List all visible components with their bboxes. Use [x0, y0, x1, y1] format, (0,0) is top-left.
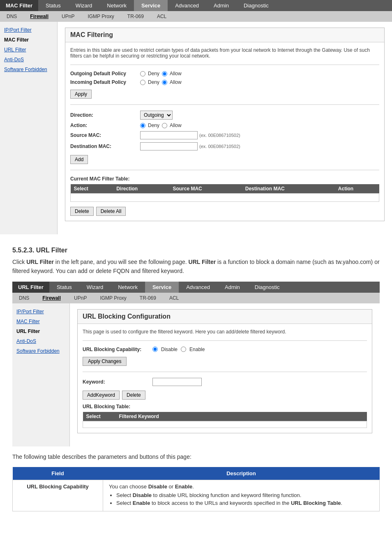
outgoing-allow-label[interactable]: Allow: [170, 71, 182, 76]
keyword-label: Keyword:: [83, 379, 152, 385]
url-capability-row: URL Blocking Capability: Disable Enable: [83, 347, 367, 352]
desc-cell: You can choose Disable or Enable. Select…: [103, 480, 380, 511]
outgoing-allow-radio[interactable]: [162, 71, 167, 76]
mac-filter-sub-nav: DNS Firewall UPnP IGMP Proxy TR-069 ACL: [0, 11, 392, 22]
mac-filter-sub-firewall[interactable]: Firewall: [23, 12, 55, 21]
url-capability-radios: Disable Enable: [152, 347, 205, 352]
url-filter-tab-admin[interactable]: Admin: [217, 282, 247, 293]
table-row-empty: [71, 194, 379, 202]
mac-filter-tab-status[interactable]: Status: [38, 0, 68, 11]
source-mac-row: Source MAC: (ex. 00E086710502): [70, 131, 379, 139]
incoming-allow-label[interactable]: Allow: [170, 79, 182, 85]
outgoing-deny-radio[interactable]: [140, 71, 145, 76]
url-filter-heading: 5.5.2.3. URL Filter: [12, 247, 380, 254]
url-col-keyword: Filtered Keyword: [116, 412, 367, 421]
source-mac-input[interactable]: [140, 131, 198, 139]
url-sidebar-url-filter[interactable]: URL Filter: [12, 326, 69, 336]
action-allow-radio[interactable]: [162, 123, 167, 128]
add-keyword-button[interactable]: AddKeyword: [83, 391, 120, 400]
outgoing-policy-label: Outgoing Default Policy: [70, 71, 140, 76]
url-filter-tab-diagnostic[interactable]: Diagnostic: [247, 282, 287, 293]
sidebar-item-ip-port-filter[interactable]: IP/Port Filter: [0, 25, 57, 35]
url-filter-tab-network[interactable]: Network: [111, 282, 145, 293]
keyword-input[interactable]: [152, 378, 202, 386]
sidebar-item-software-forbidden[interactable]: Software Forbidden: [0, 65, 57, 74]
url-filter-tab-service[interactable]: Service: [145, 282, 179, 293]
mac-filter-delete-all-button[interactable]: Delete All: [96, 207, 126, 216]
mac-filter-apply-button[interactable]: Apply: [70, 90, 92, 99]
col-dest-mac: Destination MAC: [242, 184, 335, 194]
url-capability-label: URL Blocking Capability:: [83, 347, 152, 352]
mac-filter-sub-dns[interactable]: DNS: [0, 12, 23, 21]
mac-filter-tab-network[interactable]: Network: [99, 0, 134, 11]
delete-keyword-button[interactable]: Delete: [122, 391, 145, 400]
url-table-row-empty: [83, 421, 367, 428]
bottom-para: The following table describes the parame…: [12, 452, 380, 461]
bottom-section: The following table describes the parame…: [0, 446, 392, 517]
action-deny-label[interactable]: Deny: [148, 123, 159, 128]
mac-filter-tab-diagnostic[interactable]: Diagnostic: [236, 0, 276, 11]
mac-filter-tab-advanced[interactable]: Advanced: [168, 0, 206, 11]
url-enable-label[interactable]: Enable: [189, 347, 205, 352]
direction-label: Direction:: [70, 112, 140, 118]
url-filter-sub-firewall[interactable]: Firewall: [36, 294, 67, 302]
outgoing-policy-row: Outgoing Default Policy Deny Allow: [70, 71, 379, 76]
mac-filter-sub-acl[interactable]: ACL: [150, 12, 173, 21]
mac-filter-nav-tabs: Status Wizard Network Service Advanced A…: [38, 0, 392, 11]
url-filter-main: URL Blocking Configuration This page is …: [70, 303, 380, 446]
url-filter-sub-upnp[interactable]: UPnP: [67, 294, 93, 302]
url-sidebar-anti-dos[interactable]: Anti-DoS: [12, 336, 69, 346]
url-disable-radio[interactable]: [152, 347, 158, 352]
incoming-deny-radio[interactable]: [140, 80, 145, 85]
url-sidebar-software-forbidden[interactable]: Software Forbidden: [12, 346, 69, 356]
url-sidebar-ip-port[interactable]: IP/Port Filter: [12, 307, 69, 317]
url-filter-tab-advanced[interactable]: Advanced: [179, 282, 217, 293]
mac-filter-sub-igmp[interactable]: IGMP Proxy: [81, 12, 120, 21]
mac-filter-panel-body: Entries in this table are used to restri…: [65, 42, 384, 221]
sidebar-item-anti-dos[interactable]: Anti-DoS: [0, 55, 57, 65]
url-disable-label[interactable]: Disable: [161, 347, 178, 352]
dest-mac-input[interactable]: [140, 142, 198, 150]
mac-filter-tab-service[interactable]: Service: [134, 0, 168, 11]
action-allow-label[interactable]: Allow: [170, 123, 182, 128]
incoming-allow-radio[interactable]: [162, 80, 167, 85]
direction-row: Direction: Outgoing Incoming: [70, 111, 379, 120]
mac-filter-sub-upnp[interactable]: UPnP: [55, 12, 81, 21]
mac-filter-tab-wizard[interactable]: Wizard: [68, 0, 99, 11]
url-filter-sub-tr069[interactable]: TR-069: [133, 294, 163, 302]
mac-filter-panel-title: MAC Filtering: [65, 28, 384, 42]
action-deny-radio[interactable]: [140, 123, 145, 128]
url-col-select: Select: [83, 412, 116, 421]
url-filter-sub-igmp[interactable]: IGMP Proxy: [93, 294, 133, 302]
outgoing-deny-label[interactable]: Deny: [148, 71, 159, 76]
mac-filter-description: Entries in this table are used to restri…: [70, 47, 379, 59]
url-filter-nav-bar: URL Filter Status Wizard Network Service…: [12, 282, 380, 293]
url-apply-button[interactable]: Apply Changes: [83, 357, 127, 366]
url-filter-tab-status[interactable]: Status: [49, 282, 79, 293]
mac-filter-delete-button[interactable]: Delete: [70, 207, 94, 216]
url-sidebar-mac-filter[interactable]: MAC Filter: [12, 317, 69, 326]
url-filter-sub-acl[interactable]: ACL: [163, 294, 185, 302]
incoming-policy-row: Incoming Default Policy Deny Allow: [70, 79, 379, 85]
mac-filter-main: MAC Filtering Entries in this table are …: [58, 22, 392, 234]
url-filter-sidebar: IP/Port Filter MAC Filter URL Filter Ant…: [12, 303, 70, 446]
action-row: Action: Deny Allow: [70, 123, 379, 128]
url-filter-sub-dns[interactable]: DNS: [12, 294, 36, 302]
source-mac-hint: (ex. 00E086710502): [199, 133, 240, 138]
incoming-policy-label: Incoming Default Policy: [70, 79, 140, 85]
direction-select[interactable]: Outgoing Incoming: [140, 111, 173, 120]
dest-mac-label: Destination MAC:: [70, 143, 140, 149]
dest-mac-row: Destination MAC: (ex. 00E086710502): [70, 142, 379, 150]
sidebar-item-mac-filter[interactable]: MAC Filter: [0, 35, 57, 45]
mac-filter-tab-admin[interactable]: Admin: [206, 0, 236, 11]
url-table-label: URL Blocking Table:: [83, 404, 367, 409]
mac-filter-add-button[interactable]: Add: [70, 155, 88, 164]
url-filter-description: This page is used to configure the filte…: [83, 329, 367, 335]
incoming-deny-label[interactable]: Deny: [148, 79, 159, 85]
description-table: Field Description URL Blocking Capabilit…: [12, 467, 380, 511]
url-filter-tab-wizard[interactable]: Wizard: [79, 282, 111, 293]
mac-filter-sub-tr069[interactable]: TR-069: [121, 12, 150, 21]
url-filter-nav-label: URL Filter: [12, 282, 49, 293]
url-enable-radio[interactable]: [181, 347, 186, 352]
sidebar-item-url-filter[interactable]: URL Filter: [0, 45, 57, 55]
